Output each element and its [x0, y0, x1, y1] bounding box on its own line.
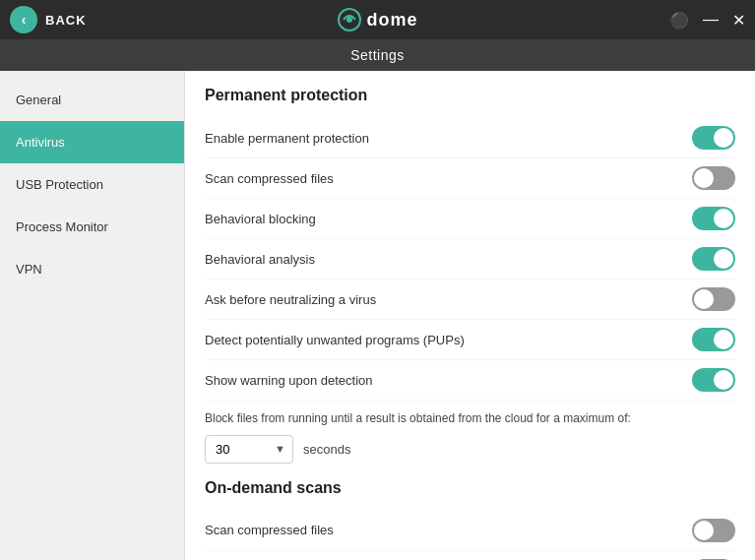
content-area: Permanent protection Enable permanent pr… [185, 71, 755, 560]
toggle-knob [694, 168, 714, 188]
svg-point-1 [346, 17, 351, 23]
sidebar-item-usb[interactable]: USB Protection [0, 163, 184, 206]
toggle-scan-compressed-demand[interactable] [692, 519, 735, 542]
toggle-detect-pups[interactable] [692, 328, 735, 351]
sidebar-label-general: General [16, 93, 61, 107]
main-layout: General Antivirus USB Protection Process… [0, 71, 755, 560]
dropdown-unit: seconds [303, 442, 350, 457]
sidebar-label-antivirus: Antivirus [16, 135, 65, 150]
title-bar: ‹ BACK dome ⚫ — ✕ [0, 0, 755, 39]
minimize-button[interactable]: — [703, 11, 719, 29]
toggle-knob [714, 249, 733, 269]
sidebar-label-vpn: VPN [16, 262, 42, 277]
setting-label-ask-neutralize: Ask before neutralizing a virus [205, 292, 376, 307]
toggle-scan-compressed-perm[interactable] [692, 166, 735, 190]
sidebar-item-process[interactable]: Process Monitor [0, 206, 184, 248]
toggle-ask-neutralize[interactable] [692, 287, 735, 311]
app-logo: dome [337, 8, 417, 31]
toggle-knob [694, 289, 714, 309]
app-name: dome [366, 10, 417, 31]
toggle-behavioral-analysis[interactable] [692, 247, 735, 271]
setting-row-scan-compressed-perm: Scan compressed files [205, 158, 735, 199]
close-button[interactable]: ✕ [732, 11, 745, 30]
sidebar-item-vpn[interactable]: VPN [0, 248, 184, 290]
setting-row-behavioral-analysis: Behavioral analysis [205, 239, 735, 280]
setting-label-detect-pups: Detect potentially unwanted programs (PU… [205, 333, 465, 347]
toggle-knob [714, 330, 733, 349]
sidebar-item-antivirus[interactable]: Antivirus [0, 121, 184, 163]
setting-label-scan-compressed-demand: Scan compressed files [205, 523, 334, 537]
user-icon[interactable]: ⚫ [669, 11, 689, 30]
title-bar-left: ‹ BACK [10, 6, 87, 33]
sidebar-label-usb: USB Protection [16, 177, 103, 192]
setting-row-behavioral-blocking: Behavioral blocking [205, 199, 735, 239]
back-label: BACK [45, 13, 87, 28]
sidebar-label-process: Process Monitor [16, 219, 108, 234]
block-description: Block files from running until a result … [205, 410, 735, 427]
toggle-behavioral-blocking[interactable] [692, 207, 735, 230]
toggle-show-warning[interactable] [692, 368, 735, 392]
setting-label-scan-compressed-perm: Scan compressed files [205, 171, 334, 186]
toggle-enable-permanent[interactable] [692, 126, 735, 150]
toggle-knob [694, 521, 714, 540]
toggle-knob [714, 128, 733, 148]
back-arrow-icon: ‹ [22, 12, 27, 28]
sidebar: General Antivirus USB Protection Process… [0, 71, 185, 560]
setting-row-ask-neutralize: Ask before neutralizing a virus [205, 280, 735, 320]
setting-row-show-warning: Show warning upon detection [205, 360, 735, 401]
toggle-knob [714, 209, 733, 228]
setting-row-enable-permanent: Enable permanent protection [205, 118, 735, 158]
setting-row-scan-compressed-demand: Scan compressed files [205, 511, 735, 551]
setting-label-behavioral-blocking: Behavioral blocking [205, 212, 316, 226]
back-button[interactable]: ‹ [10, 6, 37, 33]
settings-bar: Settings [0, 39, 755, 71]
setting-label-show-warning: Show warning upon detection [205, 373, 373, 388]
dropdown-wrapper[interactable]: 10 20 30 60 ▼ [205, 435, 293, 464]
toggle-knob [714, 370, 733, 390]
settings-title: Settings [350, 47, 405, 63]
timeout-dropdown[interactable]: 10 20 30 60 [205, 435, 293, 464]
setting-label-behavioral-analysis: Behavioral analysis [205, 252, 315, 267]
setting-label-enable-permanent: Enable permanent protection [205, 131, 369, 146]
dropdown-row: 10 20 30 60 ▼ seconds [205, 435, 735, 464]
sidebar-item-general[interactable]: General [0, 79, 184, 121]
title-bar-controls: ⚫ — ✕ [669, 11, 745, 30]
setting-row-detect-pups: Detect potentially unwanted programs (PU… [205, 320, 735, 360]
setting-row-detect-pups-demand: Detect potentially unwanted programs (PU… [205, 551, 735, 560]
dome-logo-icon [337, 8, 360, 31]
on-demand-scans-title: On-demand scans [205, 479, 735, 497]
permanent-protection-title: Permanent protection [205, 87, 735, 104]
